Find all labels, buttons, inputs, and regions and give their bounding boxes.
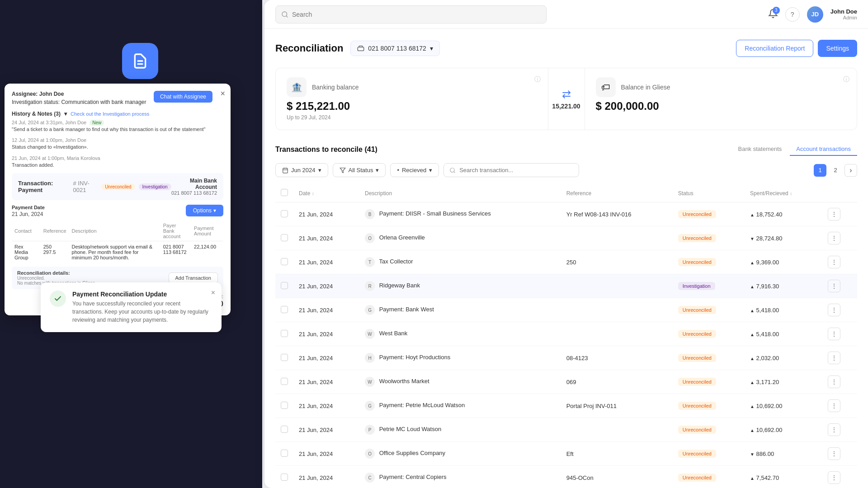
table-row: 21 Jun, 2024 T Tax Collector 250 Unrecon… xyxy=(275,250,857,274)
row-checkbox[interactable] xyxy=(281,234,288,241)
table-row: 21 Jun, 2024 H Payment: Hoyt Productions… xyxy=(275,346,857,370)
status-badge: Unreconciled xyxy=(678,354,716,362)
svg-marker-7 xyxy=(340,168,345,173)
app-icon xyxy=(122,43,158,79)
row-menu-button[interactable]: ⋮ xyxy=(828,328,840,340)
toast-title: Payment Reconciliation Update xyxy=(72,291,212,298)
row-checkbox[interactable] xyxy=(281,378,288,385)
row-checkbox[interactable] xyxy=(281,258,288,265)
transaction-search-box[interactable] xyxy=(443,163,579,177)
banking-balance-info-icon[interactable]: ⓘ xyxy=(534,75,541,84)
date-cell: 21 Jun, 2024 xyxy=(293,370,359,394)
desc-icon: G xyxy=(365,401,375,411)
account-selector[interactable]: 021 8007 113 68172 ▾ xyxy=(350,41,439,56)
reference-cell xyxy=(561,418,673,442)
row-menu-button[interactable]: ⋮ xyxy=(828,304,840,316)
status-badge: Unreconciled xyxy=(678,450,716,458)
user-info: John Doe Admin xyxy=(830,8,857,20)
status-badge: Unreconciled xyxy=(678,306,716,314)
reference-cell: Eft xyxy=(561,442,673,466)
row-checkbox[interactable] xyxy=(281,450,288,457)
amount-cell: ▲ 5,418.00 xyxy=(745,322,822,346)
status-cell: Unreconciled xyxy=(673,346,745,370)
row-checkbox[interactable] xyxy=(281,474,288,481)
gliese-balance-info-icon[interactable]: ⓘ xyxy=(843,75,849,84)
date-cell: 21 Jun, 2024 xyxy=(293,442,359,466)
tab-account-transactions[interactable]: Account transactions xyxy=(790,143,857,156)
table-row: 21 Jun, 2024 B Payment: DIISR - Small Bu… xyxy=(275,202,857,226)
row-menu-button[interactable]: ⋮ xyxy=(828,399,840,412)
status-filter-button[interactable]: All Status ▾ xyxy=(333,163,386,177)
tab-bank-statements[interactable]: Bank statements xyxy=(731,143,788,156)
amount-column-header: Spent/Recieved ↕ xyxy=(745,184,822,202)
svg-rect-3 xyxy=(283,168,288,173)
row-checkbox[interactable] xyxy=(281,306,288,313)
description-cell: W West Bank xyxy=(359,322,561,346)
date-cell: 21 Jun, 2024 xyxy=(293,274,359,298)
row-menu-button[interactable]: ⋮ xyxy=(828,375,840,388)
next-page-button[interactable]: › xyxy=(844,164,857,177)
description-cell: W Woolworths Market xyxy=(359,370,561,394)
transactions-list: 21 Jun, 2024 B Payment: DIISR - Small Bu… xyxy=(275,202,857,488)
chat-with-assignee-button[interactable]: Chat with Assignee xyxy=(154,91,212,103)
description-cell: H Payment: Hoyt Productions xyxy=(359,346,561,370)
description-cell: G Payment: Petrie McLoud Watson xyxy=(359,394,561,418)
date-cell: 21 Jun, 2024 xyxy=(293,226,359,250)
row-menu-button[interactable]: ⋮ xyxy=(828,280,840,292)
banking-balance-date: Up to 29 Jul, 2024 xyxy=(287,114,537,121)
add-transaction-button[interactable]: Add Transaction xyxy=(169,272,218,283)
row-checkbox[interactable] xyxy=(281,426,288,433)
status-badge: Unreconciled xyxy=(678,258,716,266)
toast-close-button[interactable]: × xyxy=(211,289,215,297)
page-title: Reconciliation xyxy=(275,42,343,54)
row-checkbox[interactable] xyxy=(281,330,288,337)
table-row: 21 Jun, 2024 G Payment: Bank West Unreco… xyxy=(275,298,857,322)
row-menu-button[interactable]: ⋮ xyxy=(828,447,840,460)
status-cell: Unreconciled xyxy=(673,202,745,226)
row-checkbox[interactable] xyxy=(281,210,288,217)
row-checkbox[interactable] xyxy=(281,282,288,289)
search-box[interactable] xyxy=(275,5,547,23)
row-menu-button[interactable]: ⋮ xyxy=(828,256,840,268)
banking-balance-card: ⓘ 🏦 Banking balance $ 215,221.00 Up to 2… xyxy=(276,68,548,130)
amount-cell: ▲ 5,418.00 xyxy=(745,298,822,322)
row-checkbox[interactable] xyxy=(281,354,288,361)
reconciliation-report-button[interactable]: Reconciliation Report xyxy=(736,40,813,57)
select-all-checkbox[interactable] xyxy=(281,189,288,196)
description-cell: C Payment: Central Copiers xyxy=(359,466,561,488)
help-button[interactable]: ? xyxy=(785,7,800,22)
row-menu-button[interactable]: ⋮ xyxy=(828,471,840,484)
row-menu-button[interactable]: ⋮ xyxy=(828,352,840,364)
date-filter-button[interactable]: Jun 2024 ▾ xyxy=(275,163,328,177)
date-cell: 21 Jun, 2024 xyxy=(293,250,359,274)
date-cell: 21 Jun, 2024 xyxy=(293,298,359,322)
row-menu-button[interactable]: ⋮ xyxy=(828,232,840,244)
page-1-button[interactable]: 1 xyxy=(814,164,826,177)
options-button[interactable]: Options ▾ xyxy=(186,205,223,216)
banking-balance-icon: 🏦 xyxy=(287,77,307,97)
banking-balance-amount: $ 215,221.00 xyxy=(287,100,537,113)
toast-content: Payment Reconciliation Update You have s… xyxy=(72,291,212,324)
date-cell: 21 Jun, 2024 xyxy=(293,394,359,418)
desc-icon: T xyxy=(365,257,375,267)
investigation-process-link[interactable]: Check out the Investigation process xyxy=(71,111,149,117)
notifications-button[interactable]: 3 xyxy=(768,9,778,20)
investigation-badge: Investigation xyxy=(139,183,171,190)
description-cell: B Payment: DIISR - Small Business Servic… xyxy=(359,202,561,226)
status-cell: Unreconciled xyxy=(673,394,745,418)
received-filter-button[interactable]: • Recieved ▾ xyxy=(390,163,439,177)
row-checkbox[interactable] xyxy=(281,402,288,409)
date-cell: 21 Jun, 2024 xyxy=(293,346,359,370)
transaction-detail-table: Contact Reference Description Payer Bank… xyxy=(12,221,223,263)
status-badge: Unreconciled xyxy=(678,210,716,218)
row-menu-button[interactable]: ⋮ xyxy=(828,423,840,436)
search-input[interactable] xyxy=(292,11,541,18)
row-menu-button[interactable]: ⋮ xyxy=(828,208,840,221)
transaction-search-input[interactable] xyxy=(459,167,573,174)
description-cell: T Tax Collector xyxy=(359,250,561,274)
settings-button[interactable]: Settings xyxy=(818,40,857,57)
modal-close-button[interactable]: × xyxy=(220,89,225,99)
table-header: Date ↕ Description Reference Status Spen… xyxy=(275,184,857,202)
table-row: 21 Jun, 2024 W West Bank Unreconciled ▲ … xyxy=(275,322,857,346)
page-2-button[interactable]: 2 xyxy=(829,164,842,177)
